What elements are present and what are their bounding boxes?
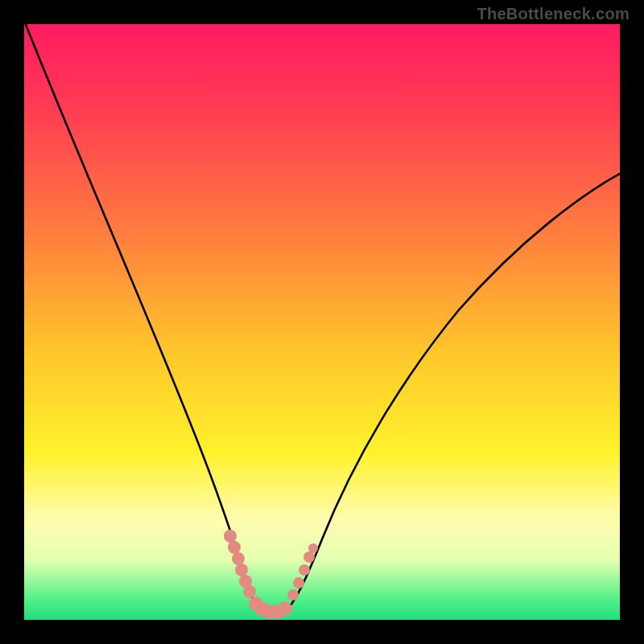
svg-point-13	[299, 564, 310, 576]
svg-point-3	[235, 564, 248, 576]
curve-overlay	[24, 24, 620, 620]
watermark-label: TheBottleneck.com	[477, 5, 630, 23]
svg-point-0	[224, 530, 237, 543]
svg-point-2	[232, 552, 245, 565]
bottleneck-curve	[24, 24, 620, 615]
svg-point-10	[278, 601, 292, 616]
svg-point-5	[243, 585, 256, 598]
svg-point-12	[293, 577, 304, 588]
svg-point-14	[303, 551, 315, 563]
marker-cluster	[224, 530, 318, 619]
plot-area	[24, 24, 620, 620]
svg-point-15	[308, 543, 318, 553]
svg-point-11	[287, 589, 299, 601]
svg-point-1	[228, 541, 241, 554]
chart-container: TheBottleneck.com	[0, 0, 644, 644]
